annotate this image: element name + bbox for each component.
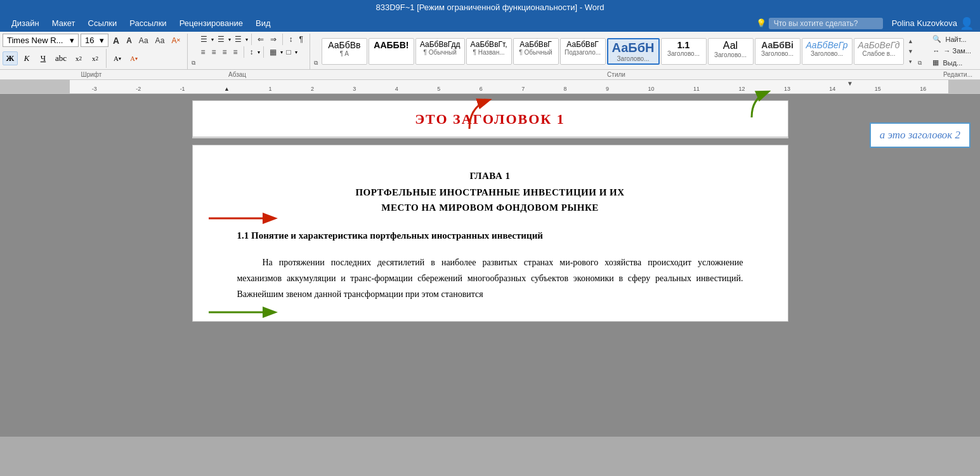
find-button[interactable]: 🔍 <box>930 34 944 44</box>
style-blue-heading-preview: АаБбВеГр <box>806 40 848 50</box>
menu-vid[interactable]: Вид <box>251 16 276 30</box>
show-marks-button[interactable]: ¶ <box>296 34 305 45</box>
menu-maket[interactable]: Макет <box>47 16 81 30</box>
number-list-button[interactable]: ☰ <box>215 34 227 45</box>
style-item-heading1-active[interactable]: АаБбН Заголово... <box>607 38 660 65</box>
style-heading1-active-label: Заголово... <box>617 55 650 62</box>
font-name-dropdown[interactable]: Times New R... ▾ <box>3 34 79 47</box>
outdent-button[interactable]: ⇐ <box>255 34 266 45</box>
style-11-label: Заголово... <box>667 50 700 57</box>
font-size-value: 16 <box>85 36 94 45</box>
ruler-mark: 2 <box>311 86 314 92</box>
style-item-weak[interactable]: АаБоВеГд Слабое в... <box>854 38 905 65</box>
menu-dizain[interactable]: Дизайн <box>6 16 44 30</box>
ruler-mark: 11 <box>693 86 700 92</box>
page-main: ГЛАВА 1 ПОРТФЕЛЬНЫЕ ИНОСТРАННЫЕ ИНВЕСТИЦ… <box>192 145 788 322</box>
bold-button[interactable]: Ж <box>3 51 18 65</box>
highlight-button[interactable]: A ▾ <box>110 51 125 65</box>
style-normal-label: ¶ A <box>340 50 349 57</box>
search-input[interactable] <box>769 18 883 29</box>
superscript-button[interactable]: x2 <box>88 51 103 65</box>
border-drop: ▾ <box>295 50 297 55</box>
styles-section-expand[interactable]: ⧉ <box>918 60 922 67</box>
sort-button[interactable]: ↕ <box>286 34 295 45</box>
body-paragraph: На протяжении последних десятилетий в на… <box>237 255 743 303</box>
decrease-font-button[interactable]: A <box>124 35 134 46</box>
menu-recenzirovanie[interactable]: Рецензирование <box>174 16 248 30</box>
replace-button[interactable]: ↔ <box>930 46 942 56</box>
justify-button[interactable]: ≡ <box>230 46 240 58</box>
ruler-mark: 3 <box>353 86 356 92</box>
ribbon: Times New R... ▾ 16 ▾ A A Аа Аа A✕ Ж К Ч… <box>0 32 980 80</box>
menu-ssylki[interactable]: Ссылки <box>83 16 122 30</box>
style-11-preview: 1.1 <box>677 40 689 50</box>
menu-rassylki[interactable]: Рассылки <box>124 16 171 30</box>
gallery-scroll-down[interactable]: ▼ <box>905 47 915 56</box>
gallery-scroll-up[interactable]: ▲ <box>905 37 915 46</box>
replace-label: → Зам... <box>943 47 971 55</box>
style-heading1-active-preview: АаБбН <box>612 41 655 55</box>
style-item-heading2[interactable]: АаБбВi Заголово... <box>755 38 800 65</box>
align-right-button[interactable]: ≡ <box>219 46 229 58</box>
clear-all-button[interactable]: A✕ <box>169 35 183 46</box>
style-obychny-preview: АаБбВвГ <box>519 40 551 49</box>
font-color-button[interactable]: A ▾ <box>126 51 141 65</box>
font-format-row: Ж К Ч abc x2 x2 A ▾ A ▾ <box>3 49 183 68</box>
style-item-podzag[interactable]: АаБбВвГ Подзаголо... <box>560 38 606 65</box>
subheading-11: 1.1 Понятие и характеристика портфельных… <box>237 228 743 244</box>
select-button[interactable]: ▦ <box>930 57 941 68</box>
subscript-button[interactable]: x2 <box>71 51 86 65</box>
gallery-scroll-more[interactable]: ▾ <box>905 57 915 66</box>
user-icon: 👤 <box>960 17 974 30</box>
increase-font-button[interactable]: A <box>110 34 122 47</box>
clear-format-button[interactable]: Аа <box>136 35 151 46</box>
ruler-mark: 13 <box>784 86 790 92</box>
border-button[interactable]: □ <box>284 46 294 58</box>
ruler: -3 -2 -1 ▲ 1 2 3 4 5 6 7 8 9 10 11 12 13 <box>0 80 980 94</box>
chapter-title: ПОРТФЕЛЬНЫЕ ИНОСТРАННЫЕ ИНВЕСТИЦИИ И ИХМ… <box>237 185 743 215</box>
style-item-blue-heading[interactable]: АаБбВеГр Заголово... <box>802 38 853 65</box>
paragraph-section-expand[interactable]: ⧉ <box>314 60 318 67</box>
shading-button[interactable]: ▦ <box>267 46 279 58</box>
align-left-button[interactable]: ≡ <box>198 46 207 58</box>
para-align-row: ≡ ≡ ≡ ≡ ↕ ▾ ▦ ▾ □ ▾ <box>198 46 305 58</box>
text-case-button[interactable]: Аа <box>153 35 167 46</box>
number-drop-icon: ▾ <box>228 37 231 43</box>
editing-section-label: Редакти... <box>938 70 977 79</box>
style-item-obychny[interactable]: АаБбВвГ ¶ Обычный <box>513 38 559 65</box>
indent-button[interactable]: ⇒ <box>268 34 279 45</box>
style-item-11[interactable]: 1.1 Заголово... <box>661 38 707 65</box>
underline-button[interactable]: Ч <box>36 51 51 65</box>
bullet-list-button[interactable]: ☰ <box>198 34 210 45</box>
line-space-button[interactable]: ↕ <box>247 46 256 58</box>
style-item-named[interactable]: АаБбВвГт, ¶ Назван... <box>466 38 512 65</box>
multilevel-list-button[interactable]: ☰ <box>232 34 244 45</box>
page-gap <box>192 138 788 145</box>
ruler-mark: -1 <box>180 86 185 92</box>
font-section-expand[interactable]: ⧉ <box>192 60 195 67</box>
style-aal-preview: Ааl <box>723 40 738 51</box>
italic-button[interactable]: К <box>19 51 34 65</box>
ruler-mark: 12 <box>738 86 745 92</box>
style-normal-preview: АаБбВв <box>328 40 360 50</box>
page-header-strip: ЭТО ЗАГОЛОВОК 1 <box>192 100 788 138</box>
font-top-row: Times New R... ▾ 16 ▾ A A Аа Аа A✕ <box>3 34 183 47</box>
ruler-mark: -2 <box>136 86 141 92</box>
ruler-mark: 9 <box>606 86 609 92</box>
bullet-drop-icon: ▾ <box>211 37 214 43</box>
style-item-normal[interactable]: АаБбВв ¶ A <box>322 38 367 65</box>
style-item-nospacing[interactable]: ААББВ! <box>369 38 414 65</box>
font-color-icon: A <box>130 55 135 62</box>
font-size-dropdown[interactable]: 16 ▾ <box>81 34 108 47</box>
style-item-h1normal[interactable]: АаБбВвГдд ¶ Обычный <box>415 38 465 65</box>
align-center-button[interactable]: ≡ <box>209 46 218 58</box>
ruler-mark: 6 <box>480 86 483 92</box>
style-item-aal[interactable]: Ааl Заголово... <box>708 38 754 65</box>
ruler-mark: ▲ <box>224 86 230 92</box>
ruler-mark: 5 <box>437 86 440 92</box>
ruler-mark: 15 <box>875 86 881 92</box>
strikethrough-button[interactable]: abc <box>52 51 70 65</box>
style-weak-preview: АаБоВеГд <box>858 40 900 50</box>
search-area: 💡 <box>756 18 883 29</box>
gallery-scroll-controls: ▲ ▼ ▾ <box>905 37 915 66</box>
